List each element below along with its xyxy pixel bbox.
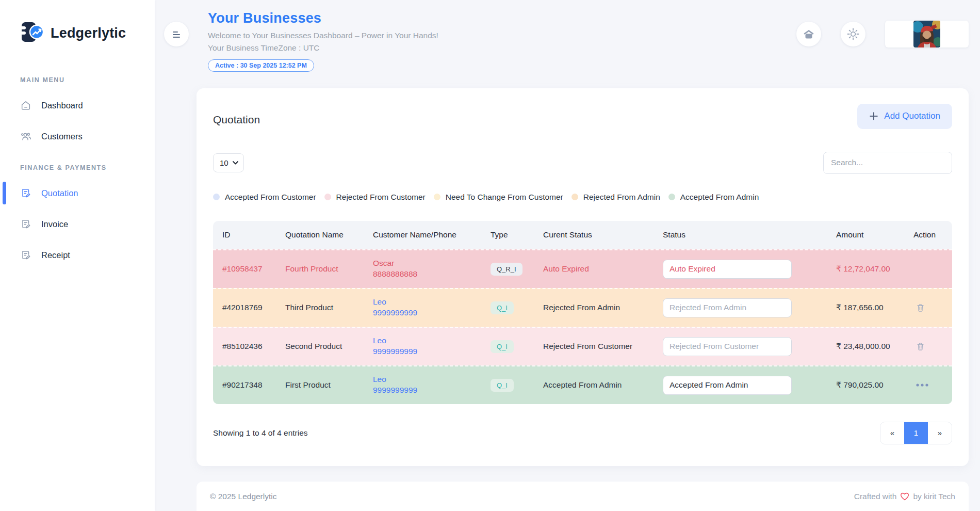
customer-phone: 9999999999 — [373, 346, 491, 357]
document-edit-icon — [20, 218, 31, 230]
more-actions-button[interactable] — [913, 381, 931, 389]
sidebar-item-label: Customers — [41, 132, 83, 141]
column-header-amount: Amount — [836, 230, 913, 239]
ellipsis-icon — [916, 383, 929, 387]
customer-name: Leo — [373, 374, 491, 385]
entries-summary: Showing 1 to 4 of 4 entries — [213, 428, 308, 438]
legend-dot — [324, 194, 331, 200]
cell-customer: Leo 9999999999 — [373, 297, 491, 318]
cell-type: Q_R_I — [491, 263, 543, 276]
customer-phone: 8888888888 — [373, 269, 491, 280]
customer-phone: 9999999999 — [373, 308, 491, 318]
column-header-customer: Customer Name/Phone — [373, 230, 491, 239]
trash-icon — [916, 341, 925, 352]
page-size-value: 10 — [220, 158, 228, 167]
page-header: Your Businesses Welcome to Your Business… — [208, 10, 438, 72]
pagination-prev-button[interactable]: « — [880, 422, 904, 444]
home-icon — [803, 28, 815, 40]
main-content: Your Businesses Welcome to Your Business… — [155, 0, 980, 511]
quotation-table: ID Quotation Name Customer Name/Phone Ty… — [213, 221, 952, 404]
brand-logo-icon — [21, 21, 44, 45]
cell-amount: ₹ 23,48,000.00 — [836, 342, 913, 351]
home-button[interactable] — [796, 22, 821, 46]
chevron-down-icon — [233, 161, 238, 165]
quotation-card: Quotation Add Quotation 10 — [197, 88, 969, 466]
timezone-text: Your Business TimeZone : UTC — [208, 43, 438, 53]
document-edit-icon — [20, 249, 31, 261]
cell-customer: Leo 9999999999 — [373, 374, 491, 396]
cell-type: Q_I — [491, 340, 543, 353]
customer-name: Oscar — [373, 258, 491, 269]
trash-icon — [916, 302, 925, 313]
search-input[interactable] — [823, 152, 952, 174]
cell-type: Q_I — [491, 301, 543, 314]
sidebar-item-invoice[interactable]: Invoice — [0, 212, 155, 236]
type-badge: Q_I — [491, 379, 514, 392]
sidebar-item-label: Quotation — [41, 188, 78, 198]
cell-type: Q_I — [491, 379, 543, 392]
cell-customer: Leo 9999999999 — [373, 336, 491, 357]
type-badge: Q_I — [491, 301, 514, 314]
sidebar-item-receipt[interactable]: Receipt — [0, 243, 155, 267]
cell-action — [913, 339, 943, 354]
sidebar-item-label: Receipt — [41, 250, 70, 260]
brand[interactable]: Ledgerlytic — [0, 20, 155, 46]
sidebar-item-dashboard[interactable]: Dashboard — [0, 93, 155, 118]
nav-section-finance: FINANCE & PAYMENTS — [0, 164, 155, 171]
topbar: Your Businesses Welcome to Your Business… — [164, 10, 969, 72]
delete-button[interactable] — [913, 300, 927, 315]
avatar — [913, 21, 940, 47]
pagination: « 1 » — [880, 422, 952, 444]
customer-name: Leo — [373, 336, 491, 346]
cell-status — [663, 376, 836, 395]
legend-item: Need To Change From Customer — [434, 193, 563, 202]
table-row: #10958437 Fourth Product Oscar 888888888… — [213, 249, 952, 288]
cell-id: #85102436 — [222, 342, 285, 351]
cell-amount: ₹ 187,656.00 — [836, 303, 913, 312]
cell-quotation-name: Second Product — [285, 342, 373, 351]
status-legend: Accepted From Customer Rejected From Cus… — [213, 193, 952, 202]
table-row: #42018769 Third Product Leo 9999999999 Q… — [213, 288, 952, 327]
cell-current-status: Rejected From Admin — [543, 303, 663, 312]
status-input[interactable] — [663, 298, 792, 317]
add-quotation-button[interactable]: Add Quotation — [857, 104, 952, 129]
table-row: #90217348 First Product Leo 9999999999 Q… — [213, 365, 952, 404]
crafted-prefix: Crafted with — [854, 492, 897, 501]
page-subtitle: Welcome to Your Businesses Dashboard – P… — [208, 31, 438, 41]
legend-dot — [571, 194, 578, 200]
column-header-current-status: Curent Status — [543, 230, 663, 239]
user-menu[interactable] — [885, 21, 969, 47]
sidebar-item-quotation[interactable]: Quotation — [0, 181, 155, 205]
cell-current-status: Auto Expired — [543, 264, 663, 274]
page-title: Your Businesses — [208, 10, 438, 26]
legend-item: Rejected From Customer — [324, 193, 426, 202]
topbar-actions — [796, 10, 969, 47]
legend-label: Accepted From Admin — [680, 193, 759, 202]
type-badge: Q_R_I — [491, 263, 522, 276]
legend-dot — [434, 194, 440, 200]
cell-current-status: Accepted From Admin — [543, 380, 663, 390]
legend-item: Rejected From Admin — [571, 193, 660, 202]
active-session-badge: Active : 30 Sep 2025 12:52 PM — [208, 59, 314, 72]
plus-icon — [869, 111, 878, 121]
pagination-next-button[interactable]: » — [928, 422, 952, 444]
theme-toggle-button[interactable] — [841, 22, 865, 46]
status-input[interactable] — [663, 337, 792, 356]
sidebar-item-customers[interactable]: Customers — [0, 124, 155, 149]
legend-item: Accepted From Admin — [668, 193, 759, 202]
status-input[interactable] — [663, 260, 792, 279]
delete-button[interactable] — [913, 339, 927, 354]
column-header-quotation-name: Quotation Name — [285, 230, 373, 239]
page-footer: © 2025 Ledgerlytic Crafted with by kirit… — [197, 482, 969, 511]
brand-name: Ledgerlytic — [51, 25, 126, 41]
sun-icon — [846, 27, 860, 41]
legend-label: Accepted From Customer — [225, 193, 316, 202]
menu-icon — [170, 28, 183, 40]
column-header-action: Action — [913, 230, 943, 239]
sidebar-toggle-button[interactable] — [164, 22, 189, 46]
page-size-select[interactable]: 10 — [213, 153, 244, 172]
status-input[interactable] — [663, 376, 792, 395]
cell-id: #90217348 — [222, 380, 285, 390]
pagination-page-1[interactable]: 1 — [904, 422, 928, 444]
heart-icon — [900, 492, 909, 501]
